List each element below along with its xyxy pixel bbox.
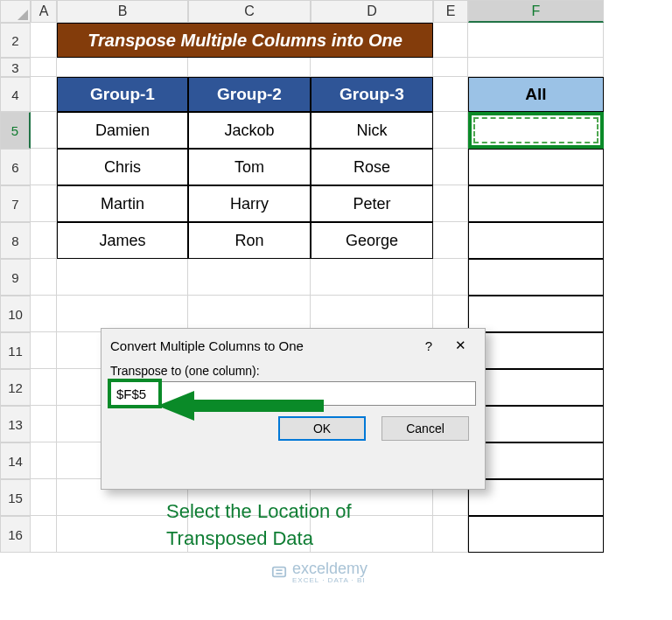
cell-D6[interactable]: Rose (311, 149, 433, 185)
header-group2: Group-2 (188, 77, 311, 112)
cell-E6[interactable] (433, 149, 468, 185)
cell-B6[interactable]: Chris (57, 149, 188, 185)
cell-C8[interactable]: Ron (188, 222, 311, 259)
row-7[interactable]: 7 (0, 185, 31, 222)
dialog-title: Convert Multiple Columns to One (110, 338, 304, 353)
cell-A7[interactable] (31, 185, 57, 222)
row-2[interactable]: 2 (0, 23, 31, 58)
destination-input[interactable] (110, 381, 476, 406)
cell-C10[interactable] (188, 296, 311, 332)
cell-D9[interactable] (311, 259, 433, 296)
row-5[interactable]: 5 (0, 112, 31, 149)
close-button[interactable]: ✕ (444, 334, 476, 357)
row-8[interactable]: 8 (0, 222, 31, 259)
cell-F16[interactable] (468, 516, 604, 553)
col-B[interactable]: B (57, 0, 188, 23)
cell-A16[interactable] (31, 516, 57, 553)
cell-E2[interactable] (433, 23, 468, 58)
cell-A3[interactable] (31, 58, 57, 77)
cell-F9[interactable] (468, 259, 604, 296)
cell-F10[interactable] (468, 296, 604, 332)
annotation-line2: Transposed Data (166, 527, 313, 549)
cell-A15[interactable] (31, 479, 57, 516)
row-13[interactable]: 13 (0, 406, 31, 442)
cell-B5[interactable]: Damien (57, 112, 188, 149)
cell-A13[interactable] (31, 406, 57, 442)
row-12[interactable]: 12 (0, 369, 31, 406)
cell-F2[interactable] (468, 23, 604, 58)
cell-F3[interactable] (468, 58, 604, 77)
col-C[interactable]: C (188, 0, 311, 23)
cell-C3[interactable] (188, 58, 311, 77)
row-10[interactable]: 10 (0, 296, 31, 332)
cell-A2[interactable] (31, 23, 57, 58)
cell-D5[interactable]: Nick (311, 112, 433, 149)
cell-F12[interactable] (468, 369, 604, 406)
ok-button[interactable]: OK (278, 416, 366, 441)
cell-A4[interactable] (31, 77, 57, 112)
cell-E3[interactable] (433, 58, 468, 77)
watermark: exceldemy EXCEL · DATA · BI (271, 560, 368, 584)
cell-E10[interactable] (433, 296, 468, 332)
title-banner: Transpose Multiple Columns into One (57, 23, 433, 58)
cell-E4[interactable] (433, 77, 468, 112)
cell-A12[interactable] (31, 369, 57, 406)
header-group1: Group-1 (57, 77, 188, 112)
cancel-button[interactable]: Cancel (382, 416, 469, 441)
col-D[interactable]: D (311, 0, 433, 23)
header-group3: Group-3 (311, 77, 433, 112)
row-9[interactable]: 9 (0, 259, 31, 296)
cell-A14[interactable] (31, 442, 57, 479)
select-all-corner[interactable] (0, 0, 31, 23)
dialog-label: Transpose to (one column): (102, 362, 485, 381)
cell-D7[interactable]: Peter (311, 185, 433, 222)
cell-A6[interactable] (31, 149, 57, 185)
cell-F15[interactable] (468, 479, 604, 516)
cell-C9[interactable] (188, 259, 311, 296)
row-11[interactable]: 11 (0, 332, 31, 369)
help-button[interactable]: ? (413, 334, 444, 357)
input-dialog: Convert Multiple Columns to One ? ✕ Tran… (101, 328, 486, 490)
col-F[interactable]: F (468, 0, 604, 23)
cell-D8[interactable]: George (311, 222, 433, 259)
header-all: All (468, 77, 604, 112)
cell-E7[interactable] (433, 185, 468, 222)
cell-D10[interactable] (311, 296, 433, 332)
row-16[interactable]: 16 (0, 516, 31, 553)
cell-B9[interactable] (57, 259, 188, 296)
row-14[interactable]: 14 (0, 442, 31, 479)
cell-D3[interactable] (311, 58, 433, 77)
row-6[interactable]: 6 (0, 149, 31, 185)
cell-F14[interactable] (468, 442, 604, 479)
cell-E8[interactable] (433, 222, 468, 259)
svg-rect-1 (273, 568, 285, 577)
cell-F7[interactable] (468, 185, 604, 222)
annotation-line1: Select the Location of (166, 500, 352, 522)
cell-F5-selected[interactable] (468, 112, 604, 149)
cell-F13[interactable] (468, 406, 604, 442)
col-A[interactable]: A (31, 0, 57, 23)
cell-A5[interactable] (31, 112, 57, 149)
row-3[interactable]: 3 (0, 58, 31, 77)
row-4[interactable]: 4 (0, 77, 31, 112)
cell-A9[interactable] (31, 259, 57, 296)
cell-E5[interactable] (433, 112, 468, 149)
cell-B8[interactable]: James (57, 222, 188, 259)
cell-C7[interactable]: Harry (188, 185, 311, 222)
cell-E9[interactable] (433, 259, 468, 296)
cell-A11[interactable] (31, 332, 57, 369)
cell-F6[interactable] (468, 149, 604, 185)
cell-A8[interactable] (31, 222, 57, 259)
cell-F8[interactable] (468, 222, 604, 259)
cell-F11[interactable] (468, 332, 604, 369)
watermark-brand: exceldemy (292, 560, 368, 577)
cell-E16[interactable] (433, 516, 468, 553)
cell-B7[interactable]: Martin (57, 185, 188, 222)
cell-B10[interactable] (57, 296, 188, 332)
row-15[interactable]: 15 (0, 479, 31, 516)
col-E[interactable]: E (433, 0, 468, 23)
cell-C6[interactable]: Tom (188, 149, 311, 185)
cell-B3[interactable] (57, 58, 188, 77)
cell-C5[interactable]: Jackob (188, 112, 311, 149)
cell-A10[interactable] (31, 296, 57, 332)
